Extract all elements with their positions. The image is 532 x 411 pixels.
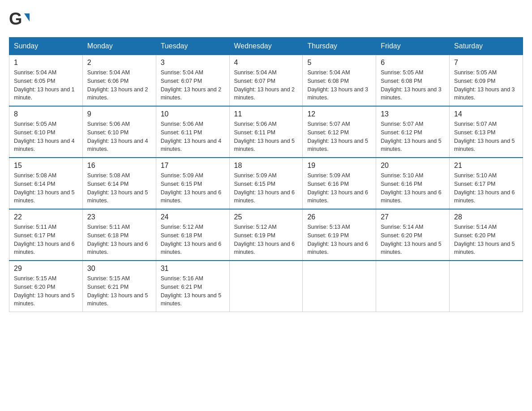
svg-marker-1 [24, 13, 30, 21]
day-number: 24 [161, 213, 225, 221]
table-row: 15 Sunrise: 5:08 AM Sunset: 6:14 PM Dayl… [9, 158, 83, 209]
table-row: 27 Sunrise: 5:14 AM Sunset: 6:20 PM Dayl… [376, 209, 450, 261]
day-number: 7 [454, 59, 518, 67]
day-info: Sunrise: 5:06 AM Sunset: 6:10 PM Dayligh… [87, 120, 151, 154]
table-row: 5 Sunrise: 5:04 AM Sunset: 6:08 PM Dayli… [303, 55, 376, 107]
day-info: Sunrise: 5:04 AM Sunset: 6:05 PM Dayligh… [14, 68, 78, 102]
table-row: 7 Sunrise: 5:05 AM Sunset: 6:09 PM Dayli… [450, 55, 523, 107]
day-info: Sunrise: 5:07 AM Sunset: 6:12 PM Dayligh… [381, 120, 445, 154]
day-number: 31 [161, 265, 225, 273]
day-info: Sunrise: 5:04 AM Sunset: 6:07 PM Dayligh… [234, 68, 298, 102]
day-info: Sunrise: 5:16 AM Sunset: 6:21 PM Dayligh… [161, 274, 225, 308]
col-sunday: Sunday [9, 38, 83, 55]
day-number: 23 [87, 213, 151, 221]
logo-icon: G [9, 9, 31, 29]
day-number: 16 [87, 162, 151, 170]
day-number: 8 [14, 110, 78, 118]
table-row: 20 Sunrise: 5:10 AM Sunset: 6:16 PM Dayl… [376, 158, 450, 209]
table-row: 16 Sunrise: 5:08 AM Sunset: 6:14 PM Dayl… [82, 158, 156, 209]
logo: G [9, 9, 33, 29]
day-number: 11 [234, 110, 298, 118]
day-number: 28 [454, 213, 518, 221]
day-info: Sunrise: 5:15 AM Sunset: 6:20 PM Dayligh… [14, 274, 78, 308]
day-info: Sunrise: 5:12 AM Sunset: 6:19 PM Dayligh… [234, 223, 298, 257]
col-monday: Monday [82, 38, 156, 55]
day-info: Sunrise: 5:04 AM Sunset: 6:08 PM Dayligh… [307, 68, 371, 102]
col-friday: Friday [376, 38, 450, 55]
table-row: 26 Sunrise: 5:13 AM Sunset: 6:19 PM Dayl… [303, 209, 376, 261]
day-info: Sunrise: 5:12 AM Sunset: 6:18 PM Dayligh… [161, 223, 225, 257]
day-info: Sunrise: 5:09 AM Sunset: 6:16 PM Dayligh… [307, 171, 371, 205]
day-number: 20 [381, 162, 445, 170]
table-row [376, 261, 450, 312]
day-info: Sunrise: 5:15 AM Sunset: 6:21 PM Dayligh… [87, 274, 151, 308]
calendar-week-row: 15 Sunrise: 5:08 AM Sunset: 6:14 PM Dayl… [9, 158, 523, 209]
table-row: 1 Sunrise: 5:04 AM Sunset: 6:05 PM Dayli… [9, 55, 83, 107]
table-row: 31 Sunrise: 5:16 AM Sunset: 6:21 PM Dayl… [156, 261, 229, 312]
day-info: Sunrise: 5:11 AM Sunset: 6:17 PM Dayligh… [14, 223, 78, 257]
day-number: 2 [87, 59, 151, 67]
table-row: 13 Sunrise: 5:07 AM Sunset: 6:12 PM Dayl… [376, 106, 450, 158]
day-info: Sunrise: 5:09 AM Sunset: 6:15 PM Dayligh… [234, 171, 298, 205]
day-info: Sunrise: 5:08 AM Sunset: 6:14 PM Dayligh… [14, 171, 78, 205]
day-info: Sunrise: 5:13 AM Sunset: 6:19 PM Dayligh… [307, 223, 371, 257]
col-tuesday: Tuesday [156, 38, 229, 55]
table-row: 18 Sunrise: 5:09 AM Sunset: 6:15 PM Dayl… [229, 158, 303, 209]
day-info: Sunrise: 5:05 AM Sunset: 6:08 PM Dayligh… [381, 68, 445, 102]
table-row: 29 Sunrise: 5:15 AM Sunset: 6:20 PM Dayl… [9, 261, 83, 312]
table-row: 23 Sunrise: 5:11 AM Sunset: 6:18 PM Dayl… [82, 209, 156, 261]
table-row [303, 261, 376, 312]
day-info: Sunrise: 5:05 AM Sunset: 6:10 PM Dayligh… [14, 120, 78, 154]
calendar-header-row: Sunday Monday Tuesday Wednesday Thursday… [9, 38, 523, 55]
table-row [450, 261, 523, 312]
table-row: 21 Sunrise: 5:10 AM Sunset: 6:17 PM Dayl… [450, 158, 523, 209]
table-row: 3 Sunrise: 5:04 AM Sunset: 6:07 PM Dayli… [156, 55, 229, 107]
day-number: 22 [14, 213, 78, 221]
day-info: Sunrise: 5:06 AM Sunset: 6:11 PM Dayligh… [161, 120, 225, 154]
day-info: Sunrise: 5:14 AM Sunset: 6:20 PM Dayligh… [454, 223, 518, 257]
svg-text:G: G [9, 9, 22, 28]
table-row: 28 Sunrise: 5:14 AM Sunset: 6:20 PM Dayl… [450, 209, 523, 261]
day-number: 26 [307, 213, 371, 221]
day-info: Sunrise: 5:04 AM Sunset: 6:07 PM Dayligh… [161, 68, 225, 102]
table-row: 10 Sunrise: 5:06 AM Sunset: 6:11 PM Dayl… [156, 106, 229, 158]
col-wednesday: Wednesday [229, 38, 303, 55]
day-info: Sunrise: 5:10 AM Sunset: 6:16 PM Dayligh… [381, 171, 445, 205]
day-number: 30 [87, 265, 151, 273]
table-row [229, 261, 303, 312]
day-number: 6 [381, 59, 445, 67]
day-number: 3 [161, 59, 225, 67]
table-row: 24 Sunrise: 5:12 AM Sunset: 6:18 PM Dayl… [156, 209, 229, 261]
page-header: G [9, 9, 523, 29]
day-number: 5 [307, 59, 371, 67]
day-number: 17 [161, 162, 225, 170]
col-thursday: Thursday [303, 38, 376, 55]
day-number: 29 [14, 265, 78, 273]
day-info: Sunrise: 5:11 AM Sunset: 6:18 PM Dayligh… [87, 223, 151, 257]
day-number: 12 [307, 110, 371, 118]
calendar-week-row: 1 Sunrise: 5:04 AM Sunset: 6:05 PM Dayli… [9, 55, 523, 107]
calendar-week-row: 22 Sunrise: 5:11 AM Sunset: 6:17 PM Dayl… [9, 209, 523, 261]
table-row: 30 Sunrise: 5:15 AM Sunset: 6:21 PM Dayl… [82, 261, 156, 312]
day-info: Sunrise: 5:07 AM Sunset: 6:13 PM Dayligh… [454, 120, 518, 154]
day-info: Sunrise: 5:08 AM Sunset: 6:14 PM Dayligh… [87, 171, 151, 205]
day-info: Sunrise: 5:06 AM Sunset: 6:11 PM Dayligh… [234, 120, 298, 154]
day-number: 1 [14, 59, 78, 67]
day-info: Sunrise: 5:04 AM Sunset: 6:06 PM Dayligh… [87, 68, 151, 102]
table-row: 4 Sunrise: 5:04 AM Sunset: 6:07 PM Dayli… [229, 55, 303, 107]
calendar-week-row: 29 Sunrise: 5:15 AM Sunset: 6:20 PM Dayl… [9, 261, 523, 312]
calendar-table: Sunday Monday Tuesday Wednesday Thursday… [9, 37, 523, 312]
day-number: 18 [234, 162, 298, 170]
table-row: 25 Sunrise: 5:12 AM Sunset: 6:19 PM Dayl… [229, 209, 303, 261]
day-info: Sunrise: 5:10 AM Sunset: 6:17 PM Dayligh… [454, 171, 518, 205]
day-info: Sunrise: 5:05 AM Sunset: 6:09 PM Dayligh… [454, 68, 518, 102]
day-info: Sunrise: 5:14 AM Sunset: 6:20 PM Dayligh… [381, 223, 445, 257]
day-number: 25 [234, 213, 298, 221]
col-saturday: Saturday [450, 38, 523, 55]
table-row: 8 Sunrise: 5:05 AM Sunset: 6:10 PM Dayli… [9, 106, 83, 158]
table-row: 14 Sunrise: 5:07 AM Sunset: 6:13 PM Dayl… [450, 106, 523, 158]
day-number: 19 [307, 162, 371, 170]
day-number: 27 [381, 213, 445, 221]
table-row: 17 Sunrise: 5:09 AM Sunset: 6:15 PM Dayl… [156, 158, 229, 209]
table-row: 6 Sunrise: 5:05 AM Sunset: 6:08 PM Dayli… [376, 55, 450, 107]
